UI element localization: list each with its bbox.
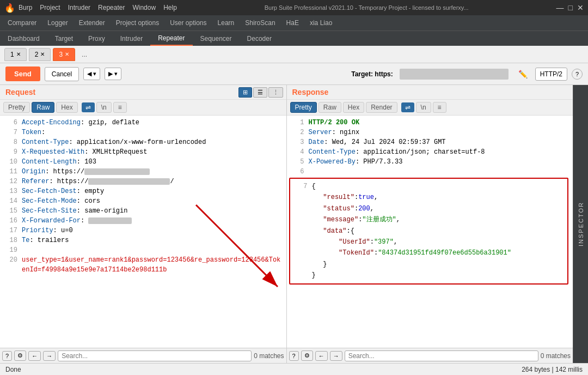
protocol-button[interactable]: HTTP/2 (535, 68, 567, 81)
menu-hae[interactable]: HaE (281, 17, 304, 29)
req-search-settings[interactable]: ⚙ (14, 350, 26, 361)
view-horizontal[interactable]: ☰ (253, 87, 267, 98)
maximize-button[interactable]: □ (568, 3, 573, 12)
close-button[interactable]: ✕ (577, 3, 584, 12)
req-pretty-btn[interactable]: Pretty (3, 102, 30, 113)
resp-search-help[interactable]: ? (289, 351, 299, 361)
nav-fwd-button[interactable]: ▶ ▾ (105, 68, 121, 80)
req-line-18: 18 Te: trailers (0, 235, 286, 245)
cancel-button[interactable]: Cancel (45, 67, 79, 81)
menu-user-options[interactable]: User options (164, 17, 212, 29)
inspector-panel: INSPECTOR (573, 85, 588, 363)
titlebar: 🔥 Burp Project Intruder Repeater Window … (0, 0, 588, 15)
resp-line-15: } (295, 270, 564, 281)
req-search-prev[interactable]: ← (28, 351, 41, 361)
resp-raw-btn[interactable]: Raw (318, 102, 341, 113)
repeater-tab-1[interactable]: 1 ✕ (4, 48, 27, 61)
target-label: Target: https: (351, 70, 393, 78)
req-menu-btn[interactable]: ≡ (113, 102, 127, 113)
request-code-area[interactable]: 6 Accept-Encoding: gzip, deflate 7 Token… (0, 116, 286, 348)
resp-search-next[interactable]: → (330, 351, 342, 361)
more-tabs[interactable]: ... (77, 49, 91, 61)
resp-ln-btn[interactable]: \n (416, 102, 431, 113)
nav-back-button[interactable]: ◀ ▾ (83, 68, 100, 80)
menubar: Comparer Logger Extender Project options… (0, 15, 588, 31)
resp-line-9: "status":200, (295, 203, 564, 214)
tab2-close[interactable]: ✕ (40, 51, 45, 57)
target-url-display (400, 69, 509, 80)
menu-help[interactable]: Help (163, 4, 177, 11)
tabbar: Dashboard Target Proxy Intruder Repeater… (0, 31, 588, 46)
resp-search-settings[interactable]: ⚙ (301, 350, 313, 361)
help-button[interactable]: ? (572, 69, 583, 80)
menu-comparer[interactable]: Comparer (2, 17, 42, 29)
response-title: Response (287, 85, 334, 99)
repeater-tab-2[interactable]: 2 ✕ (29, 48, 51, 61)
resp-hex-btn[interactable]: Hex (343, 102, 364, 113)
tab3-close[interactable]: ✕ (65, 51, 69, 57)
resp-pretty-btn[interactable]: Pretty (290, 102, 317, 113)
menu-extender[interactable]: Extender (74, 17, 111, 29)
response-header: Response (287, 85, 573, 100)
req-line-9: 9 X-Requested-With: XMLHttpRequest (0, 147, 286, 157)
status-right: 264 bytes | 142 millis (522, 366, 583, 373)
resp-render-btn[interactable]: Render (366, 102, 397, 113)
req-raw-btn[interactable]: Raw (32, 102, 54, 113)
tab-sequencer[interactable]: Sequencer (193, 32, 240, 45)
menu-burp[interactable]: Burp (19, 4, 32, 11)
menu-project[interactable]: Project (40, 4, 60, 11)
tab-dashboard[interactable]: Dashboard (0, 32, 47, 45)
req-format-btn[interactable]: ⇌ (82, 102, 95, 112)
req-line-20: 20 user_type=1&user_name=rank1&password=… (0, 255, 286, 275)
request-search-input[interactable] (58, 350, 252, 361)
tab-repeater[interactable]: Repeater (150, 32, 192, 46)
tab-intruder[interactable]: Intruder (113, 32, 150, 45)
toolbar: Send Cancel ◀ ▾ ▶ ▾ Target: https: ✏️ HT… (0, 63, 588, 85)
resp-line-13: "TokenId":"84374d31951fd49f07ee6d55b6a31… (295, 247, 564, 258)
menu-repeater[interactable]: Repeater (98, 4, 125, 11)
response-matches: 0 matches (541, 352, 571, 360)
response-json-highlight: 7 { "result":true, "status":200, "messag… (289, 178, 569, 285)
menu-window[interactable]: Window (132, 4, 156, 11)
req-line-13: 13 Sec-Fetch-Dest: empty (0, 186, 286, 196)
request-search-bar: ? ⚙ ← → 0 matches (0, 348, 286, 363)
menu-xialiao[interactable]: xia Liao (304, 17, 338, 29)
resp-line-4: 4 Content-Type: application/json; charse… (287, 147, 573, 157)
menu-logger[interactable]: Logger (42, 17, 73, 29)
req-search-next[interactable]: → (43, 351, 56, 361)
tab1-close[interactable]: ✕ (16, 51, 21, 57)
menu-intruder[interactable]: Intruder (68, 4, 90, 11)
response-code-area[interactable]: 1 HTTP/2 200 OK 2 Server: nginx 3 Date: … (287, 116, 573, 348)
req-ln-btn[interactable]: \n (96, 102, 112, 113)
repeater-tab-3[interactable]: 3 ✕ (53, 48, 75, 61)
view-vertical[interactable]: ⋮ (268, 87, 283, 98)
statusbar: Done 264 bytes | 142 millis (0, 363, 588, 375)
request-title: Request (0, 85, 41, 99)
tab-proxy[interactable]: Proxy (81, 32, 113, 45)
tab-target[interactable]: Target (47, 32, 81, 45)
resp-menu-btn[interactable]: ≡ (433, 102, 446, 113)
menu-shiroscan[interactable]: ShiroScan (240, 17, 280, 29)
response-search-bar: ? ⚙ ← → 0 matches (287, 348, 573, 363)
req-hex-btn[interactable]: Hex (56, 102, 77, 113)
menu-project-options[interactable]: Project options (111, 17, 164, 29)
req-search-help[interactable]: ? (2, 351, 12, 361)
tab-decoder[interactable]: Decoder (240, 32, 279, 45)
menu-learn[interactable]: Learn (212, 17, 240, 29)
edit-target-button[interactable]: ✏️ (515, 69, 531, 80)
req-line-10: 10 Content-Length: 103 (0, 157, 286, 167)
req-line-14: 14 Sec-Fetch-Mode: cors (0, 196, 286, 206)
resp-format-btn[interactable]: ⇌ (401, 102, 414, 112)
resp-line-2: 2 Server: nginx (287, 128, 573, 137)
response-panel-toolbar: Pretty Raw Hex Render ⇌ \n ≡ (287, 100, 573, 116)
view-split[interactable]: ⊞ (238, 87, 252, 98)
resp-search-prev[interactable]: ← (315, 351, 328, 361)
response-search-input[interactable] (345, 350, 538, 361)
minimize-button[interactable]: — (556, 3, 564, 12)
send-button[interactable]: Send (5, 66, 40, 81)
tab2-label: 2 (35, 51, 39, 58)
request-panel-toolbar: Pretty Raw Hex ⇌ \n ≡ (0, 100, 286, 116)
burp-logo: 🔥 (4, 3, 15, 13)
request-header: Request ⊞ ☰ ⋮ (0, 85, 286, 100)
resp-line-7: 7 { (295, 181, 564, 192)
